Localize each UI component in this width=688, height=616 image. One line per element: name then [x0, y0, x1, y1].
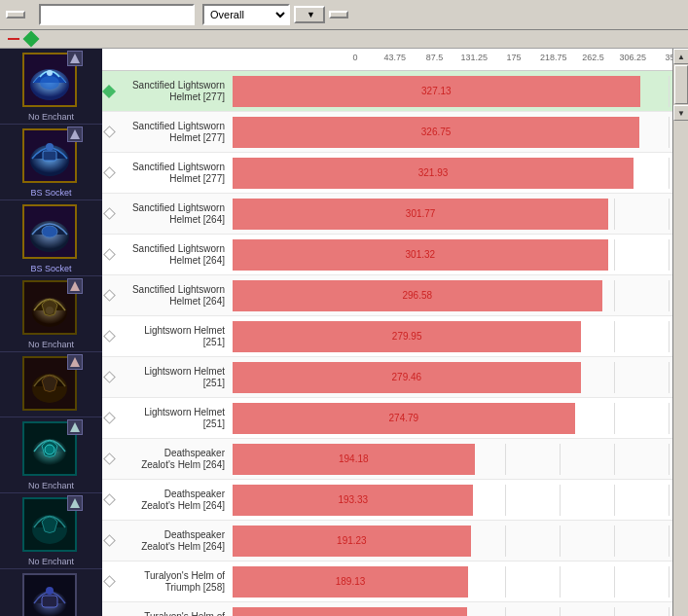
gear-head-button[interactable] [6, 11, 25, 18]
item-name: Lightsworn Helmet[251] [116, 407, 229, 430]
axis-tick: 262.5 [582, 53, 604, 62]
toolbar: Overall DPS Name Item Level ▼ [0, 0, 688, 30]
diamond-indicator-icon [103, 412, 116, 424]
enchant-label: No Enchant [28, 112, 74, 122]
value-bar: 193.33 [233, 485, 473, 516]
enchant-label: No Enchant [28, 557, 74, 566]
svg-point-1 [40, 76, 59, 90]
value-bar: 296.58 [233, 280, 602, 311]
row-indicator [102, 332, 116, 341]
chart-row[interactable]: Lightsworn Helmet[251]279.46279.46 [102, 357, 672, 398]
axis-tick: 350 [665, 53, 672, 62]
bar-container: 274.79274.79 [233, 403, 669, 434]
bs-label: BS Socket [30, 264, 71, 273]
enchant-label: No Enchant [28, 340, 74, 349]
chart-row[interactable]: Turalyon's Helm ofTriumph [258]189.13189… [102, 562, 672, 602]
enchant-label: No Enchant [28, 481, 74, 490]
diamond-indicator-icon [103, 534, 116, 547]
bar-center-value: 193.33 [338, 494, 368, 505]
scroll-up-button[interactable]: ▲ [673, 49, 688, 64]
optimizer-diamond-icon [23, 31, 40, 48]
svg-marker-14 [70, 357, 80, 367]
bar-center-value: 321.93 [418, 167, 449, 178]
chart-rows: Sanctified LightswornHelmet [277]327.133… [102, 71, 672, 616]
value-bar: 189.13 [233, 566, 468, 598]
svg-marker-3 [70, 54, 80, 63]
bar-center-value: 191.23 [337, 535, 367, 546]
svg-point-6 [46, 143, 54, 151]
chart-row[interactable]: Sanctified LightswornHelmet [277]326.753… [102, 112, 672, 153]
bar-container: 188.54188.54 [233, 607, 669, 617]
value-bar: 191.23 [233, 525, 471, 557]
svg-marker-7 [70, 129, 80, 139]
chart-row[interactable]: DeathspeakerZealot's Helm [264]193.33193… [102, 480, 672, 521]
sidebar-item: BS Socket [0, 200, 102, 276]
item-name: DeathspeakerZealot's Helm [264] [116, 529, 229, 553]
row-indicator [102, 87, 116, 96]
chart-row[interactable]: Lightsworn Helmet[251]274.79274.79 [102, 398, 672, 439]
main-container: Overall DPS Name Item Level ▼ [0, 0, 688, 616]
item-icon[interactable] [22, 204, 77, 259]
bar-container: 326.75326.75 [233, 117, 669, 148]
sort-select[interactable]: Overall DPS Name Item Level [202, 4, 290, 25]
content-area: No Enchant [0, 49, 688, 616]
corner-icon [67, 278, 83, 294]
chart-row[interactable]: Sanctified LightswornHelmet [277]327.133… [102, 71, 672, 112]
axis-tick: 131.25 [460, 53, 488, 62]
svg-marker-17 [70, 422, 80, 432]
export-button[interactable]: ▼ [294, 6, 325, 23]
value-bar: 279.95 [233, 321, 581, 352]
bar-container: 301.77301.77 [233, 199, 669, 230]
value-bar: 188.54 [233, 607, 467, 617]
sidebar: No Enchant [0, 49, 102, 616]
bar-container: 301.32301.32 [233, 239, 669, 271]
svg-rect-21 [42, 596, 57, 607]
bar-container: 194.18194.18 [233, 444, 669, 475]
row-indicator [102, 373, 116, 381]
item-icon[interactable] [22, 573, 77, 616]
chart-row[interactable]: Sanctified LightswornHelmet [264]301.773… [102, 194, 672, 235]
chart-row[interactable]: Sanctified LightswornHelmet [277]321.933… [102, 153, 672, 194]
diamond-indicator-icon [103, 126, 116, 138]
filters-button[interactable] [329, 11, 348, 18]
chart-area[interactable]: 0 43.75 87.5 131.25 175 218.75 262.5 306… [102, 49, 672, 616]
chart-row[interactable]: Sanctified LightswornHelmet [264]301.323… [102, 235, 672, 275]
scrollbar[interactable]: ▲ ▼ [672, 49, 688, 616]
row-indicator [102, 495, 116, 504]
item-name: Sanctified LightswornHelmet [264] [116, 243, 229, 267]
diamond-indicator-icon [103, 207, 116, 220]
sidebar-item: No Enchant [0, 493, 102, 569]
svg-point-16 [45, 445, 54, 454]
bar-container: 321.93321.93 [233, 158, 669, 189]
row-indicator [102, 291, 116, 300]
bar-container: 193.33193.33 [233, 485, 669, 516]
svg-marker-12 [70, 281, 80, 291]
sidebar-item: No Enchant [0, 276, 102, 352]
item-name: Sanctified LightswornHelmet [277] [116, 80, 229, 103]
item-name: Sanctified LightswornHelmet [264] [116, 202, 229, 226]
scroll-down-button[interactable]: ▼ [673, 105, 688, 121]
bar-center-value: 279.95 [392, 331, 422, 342]
item-name: Lightsworn Helmet[251] [116, 325, 229, 348]
corner-icon [67, 127, 83, 142]
bar-center-value: 274.79 [389, 413, 419, 423]
item-name: Sanctified LightswornHelmet [277] [116, 121, 229, 144]
corner-icon [67, 51, 83, 66]
sidebar-item [0, 352, 102, 417]
value-bar: 279.46 [233, 362, 581, 393]
value-bar: 301.32 [233, 239, 608, 271]
chart-row[interactable]: DeathspeakerZealot's Helm [264]194.18194… [102, 439, 672, 480]
export-chevron-icon: ▼ [307, 10, 315, 19]
bar-center-value: 326.75 [421, 127, 452, 137]
row-indicator [102, 127, 116, 136]
chart-row[interactable]: Turalyon's Helm ofTriumph [258]188.54188… [102, 602, 672, 616]
chart-row[interactable]: Lightsworn Helmet[251]279.95279.95 [102, 316, 672, 357]
corner-icon [67, 495, 83, 511]
find-input[interactable] [39, 4, 195, 25]
scroll-thumb[interactable] [674, 65, 688, 104]
chart-row[interactable]: Sanctified LightswornHelmet [264]296.582… [102, 275, 672, 316]
axis-tick: 218.75 [540, 53, 567, 62]
chart-row[interactable]: DeathspeakerZealot's Helm [264]191.23191… [102, 521, 672, 562]
diamond-indicator-icon [103, 371, 116, 383]
diamond-indicator-icon [103, 248, 116, 261]
